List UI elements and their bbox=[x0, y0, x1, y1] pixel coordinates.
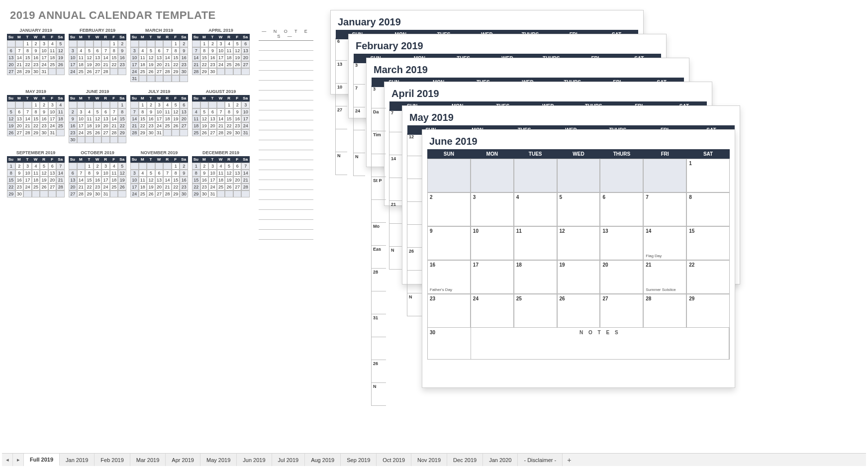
mini-month-grid: SuMTWRFSa1234567891011121314151617181920… bbox=[69, 156, 126, 197]
mini-dow: T bbox=[147, 95, 155, 101]
peek-cell: 24 bbox=[353, 107, 365, 130]
june-day-number: 16 bbox=[430, 262, 468, 268]
mini-day: 30 bbox=[200, 190, 209, 197]
mini-dow: F bbox=[172, 95, 180, 101]
mini-day: 17 bbox=[130, 184, 139, 190]
sheet-tab[interactable]: Aug 2019 bbox=[305, 454, 341, 466]
mini-day: 3 bbox=[130, 170, 139, 177]
mini-day: 1 bbox=[85, 163, 94, 170]
mini-day: 4 bbox=[139, 170, 147, 177]
sheet-tab[interactable]: - Disclaimer - bbox=[518, 454, 563, 466]
mini-day bbox=[233, 190, 242, 197]
mini-day: 11 bbox=[77, 54, 86, 61]
add-sheet-button[interactable]: + bbox=[563, 456, 576, 464]
mini-day: 28 bbox=[163, 190, 172, 197]
mini-day: 25 bbox=[139, 190, 147, 197]
mini-dow: M bbox=[15, 156, 24, 163]
monthly-page-stack: January 2019 SUNMONTUESWEDTHURSFRISAT Fe… bbox=[330, 10, 738, 393]
june-day-number: 17 bbox=[473, 262, 511, 268]
mini-day: 29 bbox=[225, 129, 233, 136]
peek-text: N bbox=[391, 248, 394, 253]
page-title: 2019 ANNUAL CALENDAR TEMPLATE bbox=[10, 9, 216, 22]
mini-day: 9 bbox=[94, 170, 102, 177]
tab-nav-next-icon[interactable]: ▸ bbox=[13, 454, 24, 466]
mini-day: 15 bbox=[7, 177, 15, 184]
mini-month-title: DECEMBER 2019 bbox=[192, 150, 250, 155]
mini-day: 21 bbox=[15, 61, 24, 68]
sheet-tab[interactable]: Feb 2019 bbox=[95, 454, 130, 466]
mini-day: 17 bbox=[130, 61, 139, 68]
mini-day: 18 bbox=[163, 115, 172, 122]
mini-day: 3 bbox=[69, 47, 77, 54]
mini-month: JUNE 2019SuMTWRFSa1234567891011121314151… bbox=[69, 89, 126, 143]
sheet-tab[interactable]: May 2019 bbox=[200, 454, 237, 466]
sheet-tab[interactable]: Jan 2020 bbox=[483, 454, 518, 466]
sheet-tab[interactable]: Full 2019 bbox=[24, 454, 60, 466]
mini-day bbox=[32, 190, 40, 197]
mini-day: 2 bbox=[32, 40, 40, 47]
mini-month-title: JANUARY 2019 bbox=[7, 28, 65, 33]
peek-strip-apr: 71421N bbox=[389, 109, 402, 270]
sheet-tab[interactable]: Jul 2019 bbox=[272, 454, 305, 466]
mini-dow: T bbox=[23, 95, 32, 101]
mini-day bbox=[15, 40, 24, 47]
peek-text: 27 bbox=[337, 107, 342, 112]
mini-month-grid: SuMTWRFSa1234567891011121314151617181920… bbox=[7, 95, 65, 136]
sheet-tab[interactable]: Mar 2019 bbox=[130, 454, 166, 466]
mini-dow: Su bbox=[69, 156, 77, 163]
sheet-tab[interactable]: Jan 2019 bbox=[60, 454, 95, 466]
mini-day bbox=[147, 40, 155, 47]
mini-day: 4 bbox=[48, 40, 57, 47]
tab-nav-prev-icon[interactable]: ◂ bbox=[2, 454, 13, 466]
peek-text: 12 bbox=[409, 134, 414, 139]
june-day-cell: 18 bbox=[514, 260, 557, 294]
june-day-cell: 22 bbox=[686, 260, 730, 294]
mini-day: 11 bbox=[56, 108, 65, 115]
notes-header: — N O T E S — bbox=[259, 28, 313, 41]
mini-day: 12 bbox=[118, 170, 126, 177]
mini-day: 29 bbox=[118, 129, 126, 136]
peek-text: 28 bbox=[373, 270, 378, 275]
mini-day: 16 bbox=[233, 115, 242, 122]
mini-month-grid: SuMTWRFSa1234567891011121314151617181920… bbox=[192, 34, 250, 75]
mini-day: 5 bbox=[200, 108, 209, 115]
mini-day: 25 bbox=[192, 129, 200, 136]
mini-day bbox=[139, 163, 147, 170]
mini-dow: R bbox=[225, 95, 233, 101]
peek-text: N bbox=[337, 153, 341, 158]
sheet-tab[interactable]: Dec 2019 bbox=[447, 454, 483, 466]
mini-day: 14 bbox=[130, 115, 139, 122]
notes-line bbox=[259, 120, 313, 130]
sheet-tab[interactable]: Sep 2019 bbox=[341, 454, 377, 466]
sheet-tab[interactable]: Jun 2019 bbox=[237, 454, 272, 466]
mini-day: 19 bbox=[118, 177, 126, 184]
mini-day: 17 bbox=[217, 54, 225, 61]
mini-day: 15 bbox=[172, 54, 180, 61]
mini-day: 22 bbox=[172, 61, 180, 68]
mini-day: 24 bbox=[130, 190, 139, 197]
mini-day: 5 bbox=[56, 40, 65, 47]
june-day-cell bbox=[557, 159, 600, 192]
mini-day: 8 bbox=[172, 47, 180, 54]
mini-dow: T bbox=[208, 34, 217, 40]
peek-cell bbox=[407, 202, 422, 225]
mini-dow: F bbox=[233, 156, 242, 163]
mini-day: 26 bbox=[118, 184, 126, 190]
sheet-tab[interactable]: Nov 2019 bbox=[411, 454, 447, 466]
mini-day: 7 bbox=[77, 170, 86, 177]
mini-day bbox=[56, 190, 65, 197]
mini-day: 25 bbox=[139, 68, 147, 75]
mini-day: 2 bbox=[40, 101, 48, 108]
sheet-tab[interactable]: Oct 2019 bbox=[377, 454, 411, 466]
mini-day: 12 bbox=[56, 47, 65, 54]
sheet-tab[interactable]: Apr 2019 bbox=[166, 454, 200, 466]
mini-month: FEBRUARY 2019SuMTWRFSa123456789101112131… bbox=[69, 28, 126, 75]
mini-day: 31 bbox=[48, 129, 57, 136]
mini-month-grid: SuMTWRFSa1234567891011121314151617181920… bbox=[7, 156, 65, 197]
mini-day bbox=[118, 190, 126, 197]
mini-day: 3 bbox=[155, 101, 164, 108]
mini-day: 30 bbox=[94, 190, 102, 197]
mini-day: 22 bbox=[172, 184, 180, 190]
peek-text: N bbox=[355, 154, 359, 159]
mini-day: 17 bbox=[101, 177, 110, 184]
